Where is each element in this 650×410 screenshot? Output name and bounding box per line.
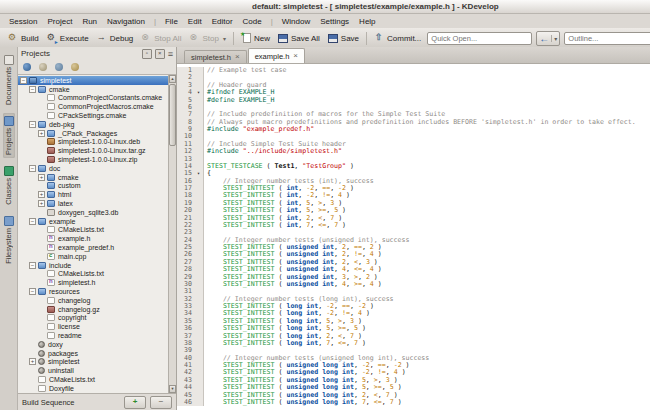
code-line[interactable]: 9#include "example_predef.h"	[177, 126, 650, 133]
tree-item[interactable]: uninstall	[18, 366, 168, 375]
tree-item[interactable]: license	[18, 322, 168, 331]
tree-item[interactable]: CMakeLists.txt	[18, 375, 168, 384]
sidebar-tab-filesystem[interactable]: Filesystem	[3, 213, 15, 267]
build-sequence-remove-button[interactable]: −	[150, 396, 172, 409]
tree-item[interactable]: doxygen_sqlite3.db	[18, 208, 168, 217]
tree-item[interactable]: +_CPack_Packages	[18, 129, 168, 138]
tab-close-icon[interactable]: ×	[293, 52, 298, 60]
menu-run[interactable]: Run	[77, 17, 102, 26]
tree-item[interactable]: main.cpp	[18, 252, 168, 261]
panel-menu-icon[interactable]: ≡	[168, 50, 173, 58]
scrollbar-thumb[interactable]	[169, 84, 176, 146]
tree-item[interactable]: CommonProjectMacros.cmake	[18, 102, 168, 111]
tree-item[interactable]: −doc	[18, 164, 168, 173]
expander-plus-icon[interactable]: +	[38, 174, 45, 181]
expander-minus-icon[interactable]: −	[29, 218, 36, 225]
tree-item[interactable]: simpletest-1.0.0-Linux.deb	[18, 138, 168, 147]
menu-editor[interactable]: Editor	[207, 17, 238, 26]
build-sequence-add-button[interactable]: +	[124, 396, 146, 409]
tree-scrollbar[interactable]: ▲ ▼	[168, 75, 176, 393]
expander-minus-icon[interactable]: −	[20, 77, 27, 84]
scroll-up-arrow-icon[interactable]: ▲	[169, 75, 176, 83]
tree-item[interactable]: copyright	[18, 314, 168, 323]
tree-item[interactable]: −deb-pkg	[18, 120, 168, 129]
code-line[interactable]: 22 STEST_INTTEST ( int, 7, <=, 7 )	[177, 222, 650, 229]
expander-minus-icon[interactable]: −	[29, 262, 36, 269]
tree-item[interactable]: −simpletest	[18, 76, 168, 85]
code-line[interactable]: 12#include "../include/simpletest.h"	[177, 148, 650, 155]
tree-item[interactable]: CMakeLists.txt	[18, 226, 168, 235]
tree-item[interactable]: doxy	[18, 340, 168, 349]
tree-item[interactable]: changelog.gz	[18, 305, 168, 314]
save-button[interactable]: Save	[324, 31, 363, 45]
tree-item[interactable]: custom	[18, 182, 168, 191]
commit-button[interactable]: Commit...	[370, 31, 425, 45]
tree-item[interactable]: +cmake	[18, 173, 168, 182]
navigate-back-button[interactable]: ←▾	[536, 31, 560, 46]
back-dropdown-icon[interactable]: ▾	[551, 35, 557, 42]
editor-tab-example-h[interactable]: example.h×	[248, 48, 305, 63]
tree-item[interactable]: simpletest-1.0.0-Linux.tar.gz	[18, 146, 168, 155]
tree-item[interactable]: −cmake	[18, 85, 168, 94]
build-button[interactable]: Build	[4, 31, 43, 45]
expander-plus-icon[interactable]: +	[38, 130, 45, 137]
expander-plus-icon[interactable]: +	[38, 200, 45, 207]
new-button[interactable]: New	[237, 31, 274, 45]
tree-item[interactable]: CPackSettings.cmake	[18, 111, 168, 120]
tree-item[interactable]: simpletest-1.0.0-Linux.zip	[18, 155, 168, 164]
code-line[interactable]: 30 STEST_INTTEST ( unsigned int, 4, >=, …	[177, 281, 650, 288]
menu-window[interactable]: Window	[277, 17, 315, 26]
menu-settings[interactable]: Settings	[315, 17, 354, 26]
sidebar-tab-classes[interactable]: Classes	[3, 163, 15, 208]
menu-file[interactable]: File	[160, 17, 183, 26]
project-action-4-icon[interactable]	[71, 63, 79, 71]
expander-minus-icon[interactable]: −	[29, 121, 36, 128]
fold-marker-icon[interactable]: ▾	[194, 89, 204, 96]
expander-plus-icon[interactable]: +	[29, 358, 36, 365]
menu-navigation[interactable]: Navigation	[102, 17, 150, 26]
tree-item[interactable]: +latex	[18, 199, 168, 208]
tree-item[interactable]: simpletest.h	[18, 278, 168, 287]
expander-plus-icon[interactable]: +	[38, 191, 45, 198]
editor-tab-simpletest-h[interactable]: simpletest.h×	[184, 50, 247, 63]
tree-item[interactable]: readme	[18, 331, 168, 340]
tab-close-icon[interactable]: ×	[235, 53, 240, 61]
project-action-1-icon[interactable]	[23, 63, 31, 71]
code-line[interactable]: 5#define EXAMPLE_H	[177, 97, 650, 104]
expander-minus-icon[interactable]: −	[29, 165, 36, 172]
code-line[interactable]: 38 STEST_INTTEST ( long int, 7, <=, 7 )	[177, 340, 650, 347]
menu-session[interactable]: Session	[4, 17, 42, 26]
saveall-button[interactable]: Save All	[274, 31, 324, 45]
tree-item[interactable]: Doxyfile	[18, 384, 168, 393]
execute-button[interactable]: Execute	[43, 31, 93, 45]
debug-button[interactable]: Debug	[93, 31, 138, 45]
tree-item[interactable]: +html	[18, 190, 168, 199]
sidebar-tab-projects[interactable]: Projects	[3, 113, 15, 158]
menu-edit[interactable]: Edit	[183, 17, 207, 26]
expander-minus-icon[interactable]: −	[29, 288, 36, 295]
scroll-down-arrow-icon[interactable]: ▼	[169, 385, 176, 393]
quick-open-input[interactable]	[427, 32, 532, 45]
tree-item[interactable]: example.h	[18, 234, 168, 243]
menu-code[interactable]: Code	[238, 17, 267, 26]
menu-project[interactable]: Project	[42, 17, 77, 26]
fold-marker-icon[interactable]: ▾	[194, 170, 204, 177]
panel-float-icon[interactable]: ▫	[142, 49, 152, 59]
project-action-2-icon[interactable]	[39, 63, 47, 71]
tree-item[interactable]: −include	[18, 261, 168, 270]
outline-input[interactable]	[564, 32, 650, 45]
tree-item[interactable]: −resources	[18, 287, 168, 296]
tree-item[interactable]: CommonProjectConstants.cmake	[18, 94, 168, 103]
code-line[interactable]: 1// Example test case	[177, 67, 650, 74]
sidebar-tab-documents[interactable]: Documents	[3, 52, 15, 108]
menu-help[interactable]: Help	[354, 17, 380, 26]
tree-item[interactable]: packages	[18, 349, 168, 358]
code-line[interactable]: 46 STEST_INTTEST ( unsigned long int, 7,…	[177, 399, 650, 406]
tree-item[interactable]: −example	[18, 217, 168, 226]
expander-minus-icon[interactable]: −	[29, 86, 36, 93]
project-action-3-icon[interactable]	[55, 63, 63, 71]
tree-item[interactable]: +simpletest	[18, 358, 168, 367]
code-line[interactable]: 14STEST_TESTCASE ( Test1, "TestGroup" )	[177, 163, 650, 170]
tree-item[interactable]: example_predef.h	[18, 243, 168, 252]
code-view[interactable]: 1// Example test case23// Header guard4▾…	[177, 64, 650, 410]
